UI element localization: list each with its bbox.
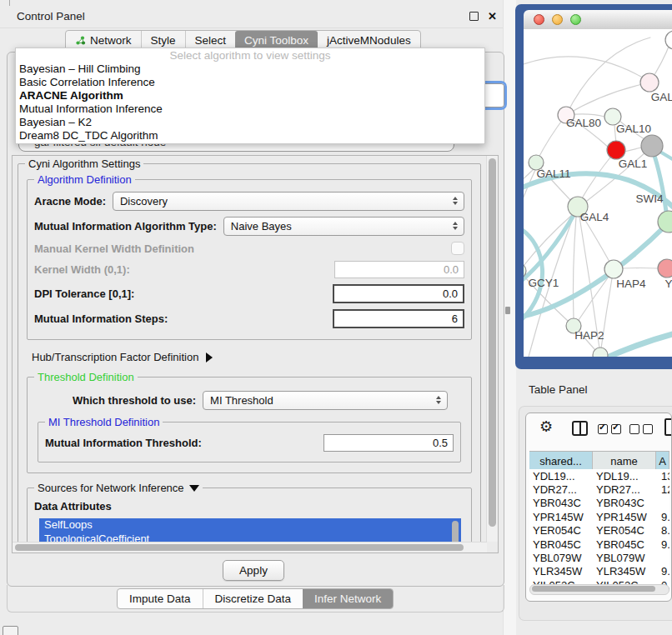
table-cell: 9. bbox=[656, 565, 669, 578]
settings-scroll-pane: Cyni Algorithm Settings Algorithm Defini… bbox=[12, 155, 499, 553]
table-row[interactable]: YLR345WYLR345W9. bbox=[529, 565, 669, 578]
network-edge[interactable] bbox=[573, 217, 576, 319]
apply-button[interactable]: Apply bbox=[223, 560, 284, 581]
mi-algorithm-type-combobox[interactable]: Naive Bayes bbox=[223, 217, 464, 236]
algorithm-option[interactable]: Dream8 DC_TDC Algorithm bbox=[16, 129, 484, 142]
network-edge[interactable] bbox=[624, 148, 642, 152]
mi-threshold-input[interactable]: 0.5 bbox=[323, 434, 454, 452]
network-node-gal7[interactable] bbox=[640, 73, 659, 92]
aracne-mode-combobox[interactable]: Discovery bbox=[113, 192, 464, 211]
table-row[interactable]: YBR043CYBR043C bbox=[529, 497, 669, 510]
table-column-header[interactable]: name bbox=[593, 452, 656, 470]
network-edge[interactable] bbox=[653, 151, 667, 218]
which-threshold-combobox[interactable]: MI Threshold bbox=[203, 391, 448, 410]
tab-label: Network bbox=[90, 34, 132, 47]
network-edge[interactable] bbox=[524, 57, 641, 77]
deselect-all-icon[interactable] bbox=[629, 424, 653, 434]
attribute-item[interactable]: SelfLoops bbox=[39, 518, 461, 532]
select-all-icon[interactable] bbox=[598, 424, 621, 434]
column-layout-icon[interactable] bbox=[572, 421, 588, 436]
table-horizontal-scrollbar[interactable] bbox=[529, 584, 669, 595]
network-node[interactable] bbox=[593, 348, 608, 357]
table-column-header[interactable]: A bbox=[656, 452, 669, 470]
mi-steps-input[interactable]: 6 bbox=[333, 309, 464, 328]
tab-label: Discretize Data bbox=[215, 592, 292, 605]
network-node-hap4[interactable] bbox=[604, 260, 623, 278]
table-horizontal-scrollbar-thumb[interactable] bbox=[532, 586, 655, 592]
network-node-label: GAL4 bbox=[580, 211, 609, 223]
mi-steps-label: Mutual Information Steps: bbox=[34, 312, 168, 325]
which-threshold-row: Which threshold to use: MI Threshold bbox=[73, 391, 464, 410]
algorithm-option[interactable]: Basic Correlation Inference bbox=[16, 76, 484, 89]
mi-type-row: Mutual Information Algorithm Type: Naive… bbox=[34, 217, 464, 236]
aracne-mode-label: Aracne Mode: bbox=[34, 195, 106, 208]
table-cell: 12 bbox=[656, 483, 669, 496]
network-window-titlebar[interactable] bbox=[524, 10, 672, 30]
kernel-width-label: Kernel Width (0,1): bbox=[34, 263, 130, 276]
table-cell: YBR045C bbox=[529, 538, 593, 551]
table-row[interactable]: YDL19...YDL19...13 bbox=[529, 469, 669, 482]
table-cell: YDR27... bbox=[529, 483, 593, 496]
sources-title-row[interactable]: Sources for Network Inference bbox=[34, 482, 203, 494]
network-node-y[interactable] bbox=[658, 259, 672, 278]
document-icon[interactable] bbox=[664, 418, 672, 436]
network-canvas[interactable]: GAL7GAL80GAL10GAL1GAL11SWI4GAL4GCY1HAP4Y… bbox=[524, 29, 672, 357]
algorithm-option[interactable]: ARACNE Algorithm bbox=[16, 89, 484, 102]
table-cell: YDL19... bbox=[529, 470, 593, 482]
mac-zoom-icon[interactable] bbox=[570, 14, 581, 25]
algorithm-definition-group: Algorithm Definition Aracne Mode: Discov… bbox=[27, 179, 472, 340]
which-threshold-label: Which threshold to use: bbox=[73, 394, 196, 407]
close-icon[interactable]: ✕ bbox=[488, 11, 497, 22]
tab-discretize-data[interactable]: Discretize Data bbox=[203, 589, 303, 608]
settings-vertical-scrollbar-thumb[interactable] bbox=[489, 158, 496, 527]
network-node[interactable] bbox=[641, 135, 663, 157]
table-row[interactable]: YBL079WYBL079W bbox=[529, 551, 669, 564]
data-attributes-label: Data Attributes bbox=[34, 500, 464, 512]
hub-definition-expander[interactable]: Hub/Transcription Factor Definition bbox=[32, 351, 474, 363]
float-window-icon[interactable] bbox=[469, 12, 479, 21]
tab-label: Select bbox=[195, 34, 227, 47]
table-row[interactable]: YER054CYER054C8. bbox=[529, 524, 669, 538]
network-node-label: SWI4 bbox=[635, 192, 663, 205]
kernel-width-input[interactable]: 0.0 bbox=[334, 261, 464, 278]
dpi-tolerance-input[interactable]: 0.0 bbox=[333, 284, 464, 303]
table-row[interactable]: YPR145WYPR145W9. bbox=[529, 510, 669, 523]
table-row[interactable]: YDR27...YDR27...12 bbox=[529, 482, 669, 496]
algorithm-option[interactable]: Mutual Information Inference bbox=[16, 102, 484, 116]
network-edge[interactable] bbox=[524, 211, 576, 284]
table-cell: YDR27... bbox=[593, 483, 656, 496]
table-cell: YER054C bbox=[593, 524, 656, 537]
settings-horizontal-scrollbar-thumb[interactable] bbox=[15, 544, 464, 551]
minimized-panel-icon[interactable] bbox=[3, 626, 18, 635]
tab-infer-network[interactable]: Infer Network bbox=[303, 589, 393, 608]
network-node-label: GAL80 bbox=[566, 117, 601, 129]
combo-arrows-icon bbox=[436, 396, 441, 404]
table-panel-title: Table Panel bbox=[529, 383, 588, 396]
network-node-gal1[interactable] bbox=[607, 141, 625, 159]
sources-title: Sources for Network Inference bbox=[38, 482, 184, 494]
dpi-tolerance-label: DPI Tolerance [0,1]: bbox=[34, 288, 134, 300]
table-header: shared...nameA bbox=[529, 451, 669, 471]
network-edge[interactable] bbox=[566, 38, 650, 115]
network-node-label: GCY1 bbox=[529, 277, 559, 289]
manual-kernel-checkbox[interactable] bbox=[451, 242, 464, 255]
mi-threshold-group-title: MI Threshold Definition bbox=[45, 416, 163, 428]
pane-divider-grip[interactable] bbox=[505, 307, 510, 314]
mac-close-icon[interactable] bbox=[534, 14, 544, 25]
algorithm-dropdown-list: Bayesian – Hill ClimbingBasic Correlatio… bbox=[16, 62, 484, 142]
mac-minimize-icon[interactable] bbox=[552, 14, 563, 25]
network-edge[interactable] bbox=[604, 332, 672, 357]
settings-horizontal-scrollbar[interactable] bbox=[13, 542, 487, 552]
table-cell: YLR345W bbox=[529, 565, 593, 578]
network-edge[interactable] bbox=[524, 226, 665, 318]
table-column-header[interactable]: shared... bbox=[529, 452, 593, 470]
table-row[interactable]: YBR045CYBR045C9. bbox=[529, 538, 669, 551]
settings-vertical-scrollbar[interactable] bbox=[486, 156, 498, 542]
gear-icon[interactable]: ⚙ bbox=[539, 418, 553, 436]
network-node[interactable] bbox=[665, 31, 672, 49]
network-edge[interactable] bbox=[623, 268, 658, 269]
algorithm-option[interactable]: Bayesian – K2 bbox=[16, 116, 484, 129]
tab-impute-data[interactable]: Impute Data bbox=[118, 589, 203, 608]
algorithm-option[interactable]: Bayesian – Hill Climbing bbox=[16, 62, 484, 76]
aracne-mode-value: Discovery bbox=[120, 195, 168, 208]
